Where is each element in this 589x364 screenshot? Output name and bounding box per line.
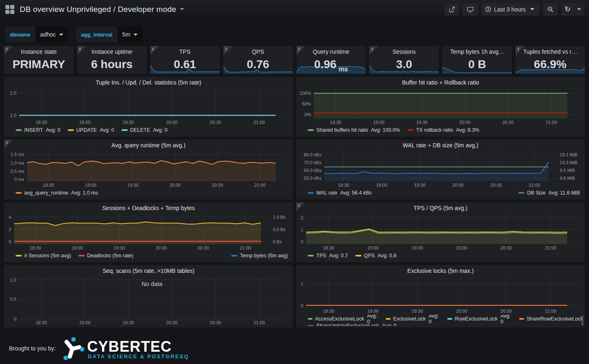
panel-info-corner-icon[interactable]: i [296,202,305,211]
db-size-series-swatch [518,192,525,194]
legend-item-shared-buffers-hit-ratio[interactable]: Shared buffers hit ratioAvg: 100.0% [308,127,400,133]
legend-row: Shared buffers hit ratioAvg: 100.0%TX ro… [308,126,582,134]
legend-item-qps[interactable]: QPSAvg: 0.8 [355,253,396,259]
exclusivelock-series-swatch [386,318,391,320]
svg-text:14.3 MiB: 14.3 MiB [560,160,577,165]
stat-panel-title[interactable]: TPS [150,48,220,55]
panel-info-corner-icon[interactable]: i [4,46,13,55]
stat-panel-title[interactable]: Query runtime [297,48,366,55]
legend-row: INSERTAvg: 0UPDATEAvg: 0DELETEAvg: 0 [16,126,290,134]
chart-panel-title[interactable]: WAL rate + DB size (5m avg.) [299,140,582,149]
time-range-picker[interactable]: Last 3 hours [481,3,540,16]
legend-series-avg: Avg: 0 [382,323,396,326]
legend-series-avg: Avg: 8.3% [456,127,479,133]
legend-series-label: # Sessions (5m avg) [24,253,71,259]
stat-panel-title[interactable]: Tuples fetched vs r… [515,48,585,55]
dashboard-title[interactable]: DB overview Unprivileged / Developer mod… [20,5,176,14]
chart-panel-title[interactable]: TPS / QPS (5m avg.) [299,202,582,212]
shared-buffers-hit-ratio-series-swatch [308,129,314,131]
svg-text:60.0 kBs: 60.0 kBs [304,168,322,173]
chart-panel-title[interactable]: Buffer hit ratio + Rollback ratio [299,77,582,87]
share-button[interactable] [444,3,459,16]
stat-panel-title[interactable]: Instance uptime [77,48,147,55]
legend-series-label: ShareUpdateExclusiveLock [316,323,379,326]
stat-value-wrap: 6 hours [77,55,147,74]
delete-series-swatch [122,129,128,131]
stat-panel-title[interactable]: Sessions [369,48,439,55]
stat-value: 0.96 [314,59,337,70]
chart-panel-title[interactable]: Sessions + Deadlocks + Temp bytes [7,202,290,212]
panel-info-corner-icon[interactable]: i [150,46,159,55]
legend-item-temp-bytes-5m-avg[interactable]: Temp bytes (5m avg) [231,253,288,259]
legend-item-avg-query-runtime[interactable]: avg_query_runtimeAvg: 1.0 ms [16,190,98,196]
svg-text:20:00: 20:00 [456,245,467,250]
legend-series-label: Shared buffers hit ratio [316,127,368,133]
variable-agg-interval-label: agg_interval [76,27,117,42]
stat-panel-title[interactable]: QPS [223,48,293,55]
tx-rollback-ratio-series-swatch [407,129,414,131]
variable-dbname-value-dropdown[interactable]: adhoc [35,27,68,42]
svg-text:20:00: 20:00 [170,183,181,188]
chart-panel-title[interactable]: Seq. scans (5m rate, >10MB tables) [7,265,290,275]
legend-item-tx-rollback-ratio[interactable]: TX rollback ratioAvg: 8.3% [407,127,479,133]
variable-agg-interval-value-dropdown[interactable]: 5m [117,27,143,42]
stat-panel-instance-state: iInstance statePRIMARY [4,46,74,74]
zoom-out-button[interactable] [543,3,558,16]
panel-info-corner-icon[interactable]: i [223,46,232,55]
legend-item-delete[interactable]: DELETEAvg: 0 [122,127,168,133]
panel-info-corner-icon[interactable]: i [369,46,378,55]
svg-text:19:30: 19:30 [412,309,423,314]
stat-panel-qps: iQPS0.76 [223,46,293,74]
stat-panel-title[interactable]: Instance state [4,48,74,55]
svg-text:19:30: 19:30 [127,183,139,188]
legend-item-db-size[interactable]: DB SizeAvg: 11.6 MiB [518,190,580,196]
legend-series-label: INSERT [24,127,43,133]
svg-text:0: 0 [14,316,16,321]
legend-item-sessions-5m-avg[interactable]: # Sessions (5m avg) [16,253,71,259]
stat-value: 0.61 [174,59,196,70]
panel-info-corner-icon[interactable]: i [77,46,86,55]
chart-panel-title[interactable]: Avg. query runtime (5m avg.) [7,140,290,149]
shareupdateexclusivelock-series-swatch [308,325,314,326]
legend-series-label: ExclusiveLock [393,316,426,322]
sessions-5m-avg-series-swatch [16,255,22,256]
stat-value-wrap: 66.9% [515,55,585,74]
chart-legend-wal_db: WAL rateAvg: 56.4 kBsDB SizeAvg: 11.6 Mi… [299,188,582,198]
grafana-dashboard-icon[interactable] [5,5,14,14]
top-navbar: DB overview Unprivileged / Developer mod… [0,0,589,18]
dashboard-title-caret-icon[interactable] [180,8,184,10]
panel-info-corner-icon[interactable]: i [297,46,306,55]
svg-text:0: 0 [301,239,303,244]
legend-item-wal-rate[interactable]: WAL rateAvg: 56.4 kBs [308,190,372,196]
chart-plot-buffer_rollback: 18:3019:0019:3020:0020:3021:00100%50%0% [299,87,582,126]
legend-item-deadlocks-5m-rate[interactable]: Deadlocks (5m rate) [78,253,133,259]
legend-series-label: TX rollback ratio [416,127,453,133]
clock-icon [485,6,491,12]
chart-panel-title[interactable]: Exclusive locks (5m max.) [299,265,582,275]
refresh-interval-dropdown[interactable] [574,3,584,16]
stat-panel-title[interactable]: Temp bytes 1h avg… [442,48,512,55]
variable-dbname-label: dbname [5,27,35,42]
panel-info-corner-icon[interactable]: i [4,140,13,149]
legend-item-update[interactable]: UPDATEAvg: 0 [68,127,114,133]
svg-text:70.0 kBs: 70.0 kBs [304,160,322,165]
qps-series-swatch [355,255,361,256]
svg-text:19:00: 19:00 [367,245,379,250]
legend-scrollbar[interactable] [582,316,583,325]
chart-plot-sessions_deadlocks: 18:3019:0019:3020:0020:3021:0041.0 Bs20.… [7,212,290,251]
legend-item-tps[interactable]: TPSAvg: 0.7 [308,253,348,259]
chart-panel-title[interactable]: Tuple Ins. / Upd. / Del. statistics (5m … [7,77,290,87]
svg-text:1.0 Bs: 1.0 Bs [273,215,286,220]
svg-text:19:30: 19:30 [114,245,125,250]
svg-text:20:00: 20:00 [166,320,178,325]
legend-item-shareupdateexclusivelock[interactable]: ShareUpdateExclusiveLockAvg: 0 [308,323,396,326]
refresh-button[interactable]: ↻ [561,3,574,16]
legend-item-insert[interactable]: INSERTAvg: 0 [16,127,60,133]
chart-legend-tps_qps: TPSAvg: 0.7QPSAvg: 0.8 [299,251,582,261]
svg-text:21:00: 21:00 [253,120,265,125]
stat-panel-instance-uptime: iInstance uptime6 hours [77,46,147,74]
panel-info-corner-icon[interactable]: i [515,46,525,55]
svg-text:18:30: 18:30 [43,183,54,188]
tps-series-swatch [308,255,314,256]
tv-mode-button[interactable] [462,3,478,16]
